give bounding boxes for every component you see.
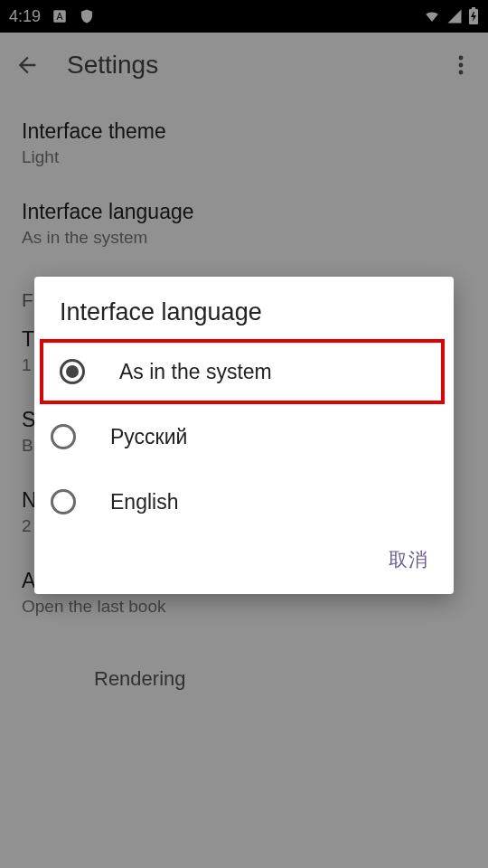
cancel-button[interactable]: 取消	[389, 547, 428, 572]
dialog-title: Interface language	[34, 277, 454, 339]
language-dialog: Interface language As in the system Русс…	[34, 277, 454, 594]
radio-unselected-icon	[51, 424, 76, 449]
language-option-english[interactable]: English	[34, 469, 454, 534]
radio-unselected-icon	[51, 489, 76, 514]
language-option-label: As in the system	[119, 360, 272, 384]
dialog-actions: 取消	[34, 534, 454, 589]
language-option-system[interactable]: As in the system	[40, 339, 445, 404]
language-option-russian[interactable]: Русский	[34, 404, 454, 469]
language-option-label: Русский	[110, 425, 187, 449]
radio-selected-icon	[60, 359, 85, 384]
language-option-label: English	[110, 490, 178, 514]
